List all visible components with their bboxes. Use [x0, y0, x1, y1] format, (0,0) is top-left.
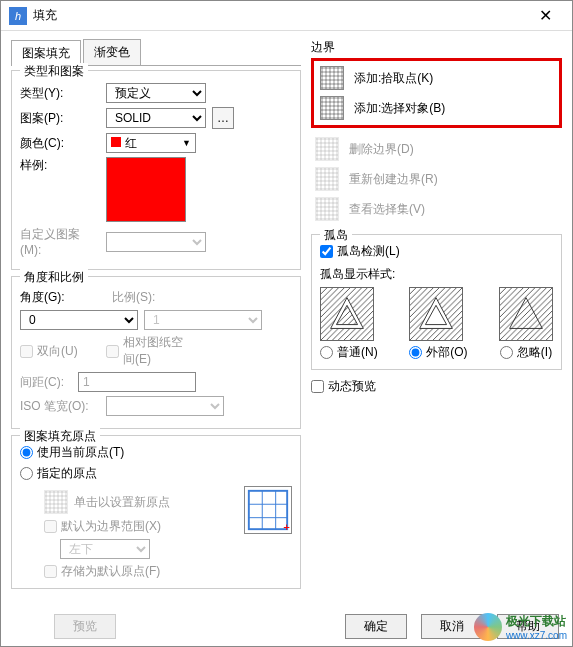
- highlight-box: 添加:拾取点(K) 添加:选择对象(B): [311, 58, 562, 128]
- type-select[interactable]: 预定义: [106, 83, 206, 103]
- custom-pattern-select: [106, 232, 206, 252]
- color-label: 颜色(C):: [20, 135, 100, 152]
- paperspace-checkbox: 相对图纸空间(E): [106, 334, 186, 368]
- preview-button: 预览: [54, 614, 116, 639]
- angle-select[interactable]: 0: [20, 310, 138, 330]
- island-outer-radio[interactable]: 外部(O): [409, 344, 467, 361]
- remove-boundary-icon: [315, 137, 339, 161]
- pattern-browse-button[interactable]: …: [212, 107, 234, 129]
- tab-gradient[interactable]: 渐变色: [83, 39, 141, 65]
- group-title-island: 孤岛: [320, 227, 352, 244]
- svg-rect-12: [500, 288, 552, 340]
- sample-preview[interactable]: [106, 157, 186, 222]
- color-name: 红: [125, 136, 137, 150]
- pick-origin-icon: [44, 490, 68, 514]
- group-origin: 图案填充原点 使用当前原点(T) 指定的原点 单击以设置新原点 默认为边界范围(…: [11, 435, 301, 589]
- pattern-label: 图案(P):: [20, 110, 100, 127]
- island-ignore-radio[interactable]: 忽略(I): [499, 344, 553, 361]
- scale-select: 1: [144, 310, 262, 330]
- angle-label: 角度(G):: [20, 289, 72, 306]
- svg-rect-0: [249, 491, 287, 529]
- origin-pos-select: 左下: [60, 539, 150, 559]
- view-selection-icon: [315, 197, 339, 221]
- spacing-label: 间距(C):: [20, 374, 72, 391]
- boundary-recreate: 重新创建边界(R): [311, 164, 562, 194]
- boundary-title: 边界: [311, 39, 562, 56]
- titlebar: h 填充 ✕: [1, 1, 572, 31]
- boundary-view: 查看选择集(V): [311, 194, 562, 224]
- island-normal-radio[interactable]: 普通(N): [320, 344, 378, 361]
- pattern-select[interactable]: SOLID: [106, 108, 206, 128]
- origin-specified-radio[interactable]: 指定的原点: [20, 465, 292, 482]
- dynamic-preview-checkbox[interactable]: 动态预览: [311, 378, 562, 395]
- island-normal-preview[interactable]: [320, 287, 374, 341]
- group-title-type: 类型和图案: [20, 63, 88, 80]
- recreate-boundary-icon: [315, 167, 339, 191]
- origin-current-radio[interactable]: 使用当前原点(T): [20, 444, 292, 461]
- select-object-icon: [320, 96, 344, 120]
- island-outer-preview[interactable]: [409, 287, 463, 341]
- type-label: 类型(Y):: [20, 85, 100, 102]
- group-type-pattern: 类型和图案 类型(Y): 预定义 图案(P): SOLID … 颜色(C): 红…: [11, 70, 301, 270]
- iso-label: ISO 笔宽(O):: [20, 398, 100, 415]
- scale-label: 比例(S):: [112, 289, 164, 306]
- group-angle-scale: 角度和比例 角度(G): 比例(S): 0 1 双向(U) 相对图纸空间(E) …: [11, 276, 301, 429]
- sample-label: 样例:: [20, 157, 100, 174]
- custom-pattern-label: 自定义图案(M):: [20, 226, 100, 257]
- watermark: 极光下载站 www.xz7.com: [474, 613, 567, 641]
- boundary-remove: 删除边界(D): [311, 134, 562, 164]
- tabs: 图案填充 渐变色: [11, 39, 301, 66]
- boundary-select-object[interactable]: 添加:选择对象(B): [316, 93, 557, 123]
- watermark-logo-icon: [474, 613, 502, 641]
- group-title-angle: 角度和比例: [20, 269, 88, 286]
- group-title-origin: 图案填充原点: [20, 428, 100, 445]
- bidir-checkbox: 双向(U): [20, 343, 100, 360]
- color-swatch-icon: [111, 137, 121, 147]
- pick-point-icon: [320, 66, 344, 90]
- island-ignore-preview[interactable]: [499, 287, 553, 341]
- group-island: 孤岛 孤岛检测(L) 孤岛显示样式: 普通(N) 外部(O): [311, 234, 562, 370]
- iso-select: [106, 396, 224, 416]
- island-style-label: 孤岛显示样式:: [320, 266, 553, 283]
- color-select[interactable]: 红 ▼: [106, 133, 196, 153]
- boundary-pick-point[interactable]: 添加:拾取点(K): [316, 63, 557, 93]
- app-icon: h: [9, 7, 27, 25]
- close-button[interactable]: ✕: [527, 2, 564, 29]
- click-set-label: 单击以设置新原点: [74, 494, 170, 511]
- default-extent-checkbox: 默认为边界范围(X): [44, 518, 236, 535]
- origin-preview: +: [244, 486, 292, 534]
- watermark-name: 极光下载站: [506, 613, 567, 630]
- watermark-url: www.xz7.com: [506, 630, 567, 641]
- island-detect-checkbox[interactable]: 孤岛检测(L): [320, 243, 553, 260]
- ok-button[interactable]: 确定: [345, 614, 407, 639]
- chevron-down-icon: ▼: [182, 138, 191, 148]
- svg-text:+: +: [283, 521, 290, 533]
- spacing-input: [78, 372, 196, 392]
- window-title: 填充: [33, 7, 527, 24]
- store-origin-checkbox: 存储为默认原点(F): [44, 563, 236, 580]
- dialog-window: h 填充 ✕ 图案填充 渐变色 类型和图案 类型(Y): 预定义 图案(P): …: [0, 0, 573, 647]
